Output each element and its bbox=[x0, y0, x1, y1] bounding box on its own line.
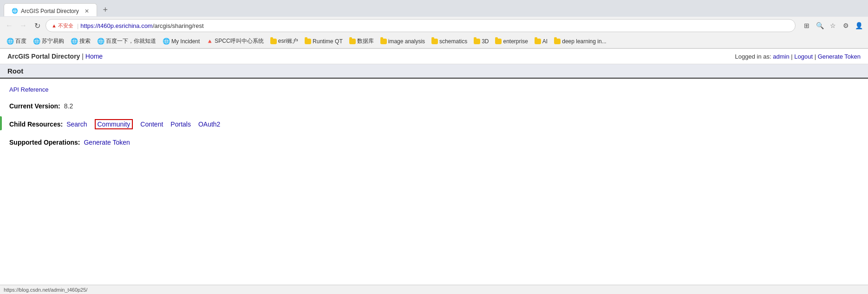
tab-bar: 🌐 ArcGIS Portal Directory ✕ + bbox=[0, 0, 868, 17]
schematics-label: schematics bbox=[439, 38, 467, 45]
bookmark-my-incident[interactable]: 🌐 My Incident bbox=[160, 37, 202, 46]
portal-header-left: ArcGIS Portal Directory | Home bbox=[7, 53, 103, 60]
resource-link-portals[interactable]: Portals bbox=[170, 120, 191, 128]
folder-icon bbox=[554, 39, 561, 44]
resource-link-community[interactable]: Community bbox=[95, 119, 133, 129]
globe-icon: 🌐 bbox=[163, 38, 170, 45]
bookmarks-bar: 🌐 百度 🌐 苏宁易购 🌐 搜索 🌐 百度一下，你就知道 🌐 My Incide… bbox=[0, 34, 868, 48]
reload-button[interactable]: ↻ bbox=[32, 20, 43, 31]
page-content: ArcGIS Portal Directory | Home Logged in… bbox=[0, 49, 868, 154]
logout-link[interactable]: Logout bbox=[794, 53, 813, 60]
logged-in-text: Logged in as: bbox=[735, 53, 771, 60]
folder-icon bbox=[535, 39, 541, 44]
bookmark-image-analysis[interactable]: image analysis bbox=[378, 37, 428, 46]
globe-icon: 🌐 bbox=[97, 38, 104, 45]
current-version-label: Current Version: bbox=[9, 102, 60, 110]
triangle-icon: 🔺 bbox=[206, 38, 213, 45]
child-resources-section: Child Resources: Search Community Conten… bbox=[9, 119, 859, 129]
portal-title: ArcGIS Portal Directory bbox=[7, 53, 80, 60]
globe-icon: 🌐 bbox=[33, 38, 40, 45]
current-version-section: Current Version: 8.2 bbox=[9, 102, 859, 110]
tab-favicon: 🌐 bbox=[12, 8, 18, 14]
root-bar: Root bbox=[0, 64, 868, 79]
bookmark-star-button[interactable]: ☆ bbox=[827, 20, 838, 31]
search-icon-button[interactable]: 🔍 bbox=[814, 20, 825, 31]
folder-icon bbox=[380, 39, 387, 44]
forward-button[interactable]: → bbox=[18, 20, 29, 31]
url-https: https://t460p.esrichina.com bbox=[80, 22, 152, 29]
supported-operations-section: Supported Operations: Generate Token bbox=[9, 139, 859, 146]
bookmark-baidu[interactable]: 🌐 百度 bbox=[4, 36, 29, 46]
main-content: API Reference Current Version: 8.2 Child… bbox=[0, 79, 868, 154]
profile-icon-button[interactable]: 👤 bbox=[853, 20, 864, 31]
resource-link-content[interactable]: Content bbox=[140, 120, 163, 128]
tab-title: ArcGIS Portal Directory bbox=[21, 8, 79, 14]
header-sep2: | bbox=[815, 53, 818, 60]
folder-icon bbox=[305, 39, 311, 44]
address-icons: ⊞ 🔍 ☆ ⚙ 👤 bbox=[801, 20, 864, 31]
browser-chrome: 🌐 ArcGIS Portal Directory ✕ + ← → ↻ ▲ 不安… bbox=[0, 0, 868, 49]
home-link[interactable]: Home bbox=[85, 53, 103, 60]
new-tab-button[interactable]: + bbox=[100, 4, 111, 15]
bookmark-runtime-qt[interactable]: Runtime QT bbox=[302, 37, 346, 46]
generate-token-link[interactable]: Generate Token bbox=[84, 139, 130, 146]
bookmark-enterprise[interactable]: enterprise bbox=[492, 37, 530, 46]
root-label: Root bbox=[7, 67, 23, 75]
bookmark-search[interactable]: 🌐 搜索 bbox=[68, 36, 93, 46]
portal-header-right: Logged in as: admin | Logout | Generate … bbox=[735, 53, 861, 60]
folder-icon bbox=[474, 39, 480, 44]
translate-icon-button[interactable]: ⊞ bbox=[801, 20, 812, 31]
bookmark-suning[interactable]: 🌐 苏宁易购 bbox=[30, 36, 67, 46]
supported-operations-label: Supported Operations: bbox=[9, 139, 80, 146]
green-indicator-bar bbox=[0, 116, 2, 130]
address-bar[interactable]: ▲ 不安全 | https://t460p.esrichina.com /arc… bbox=[46, 19, 796, 32]
folder-icon bbox=[495, 39, 502, 44]
extension-icon-button[interactable]: ⚙ bbox=[840, 20, 851, 31]
bookmark-deep-learning[interactable]: deep learning in... bbox=[551, 37, 609, 46]
bookmark-database[interactable]: 数据库 bbox=[346, 36, 377, 46]
bookmark-esri-account[interactable]: esri账户 bbox=[268, 36, 301, 46]
tab-close-button[interactable]: ✕ bbox=[85, 8, 89, 14]
globe-icon: 🌐 bbox=[7, 38, 14, 45]
address-separator: | bbox=[77, 22, 78, 29]
folder-icon bbox=[431, 39, 438, 44]
security-warning: ▲ 不安全 bbox=[52, 22, 73, 29]
current-version-value: 8.2 bbox=[64, 102, 73, 110]
api-reference-link[interactable]: API Reference bbox=[9, 86, 49, 93]
folder-icon bbox=[349, 39, 356, 44]
bookmark-3d[interactable]: 3D bbox=[471, 37, 491, 46]
generate-token-header-link[interactable]: Generate Token bbox=[818, 53, 861, 60]
folder-icon bbox=[270, 39, 277, 44]
globe-icon: 🌐 bbox=[71, 38, 78, 45]
bookmark-baidu-search[interactable]: 🌐 百度一下，你就知道 bbox=[94, 36, 159, 46]
resource-link-oauth2[interactable]: OAuth2 bbox=[198, 120, 220, 128]
url-path: /arcgis/sharing/rest bbox=[153, 22, 204, 29]
child-resources-label: Child Resources: bbox=[9, 120, 63, 128]
portal-header: ArcGIS Portal Directory | Home Logged in… bbox=[0, 49, 868, 64]
nav-bar: ← → ↻ ▲ 不安全 | https://t460p.esrichina.co… bbox=[0, 17, 868, 34]
resource-link-search[interactable]: Search bbox=[66, 120, 87, 128]
back-button[interactable]: ← bbox=[4, 20, 15, 31]
header-separator: | bbox=[82, 53, 85, 60]
bookmark-schematics[interactable]: schematics bbox=[429, 37, 470, 46]
admin-link[interactable]: admin bbox=[773, 53, 789, 60]
api-reference-section: API Reference bbox=[9, 86, 859, 93]
bookmark-spcc[interactable]: 🔺 SPCC呼叫中心系统 bbox=[203, 36, 266, 46]
bookmark-ai[interactable]: AI bbox=[532, 37, 550, 46]
